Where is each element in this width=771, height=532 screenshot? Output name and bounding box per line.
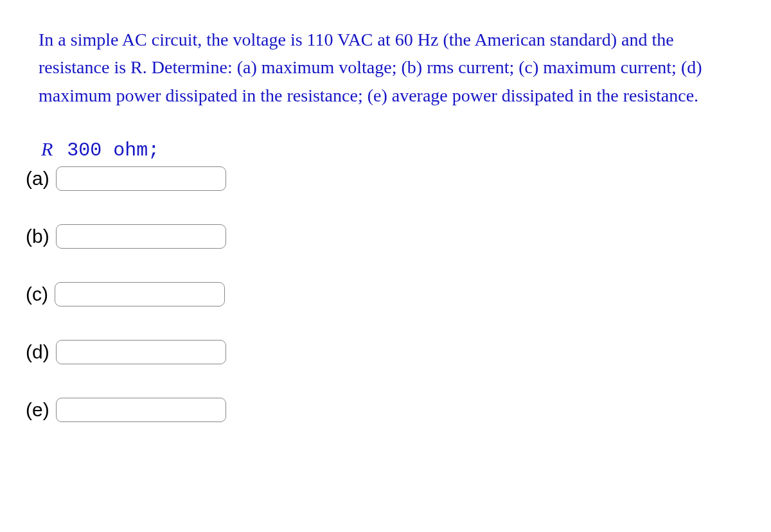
answer-label-d: (d) <box>26 341 49 363</box>
answer-row-b: (b) <box>26 224 745 249</box>
answer-input-e[interactable] <box>56 398 226 422</box>
answer-input-d[interactable] <box>56 340 226 364</box>
answer-label-a: (a) <box>26 168 49 190</box>
resistance-info: R 300 ohm; <box>41 138 745 161</box>
answer-label-e: (e) <box>26 399 49 421</box>
answer-input-b[interactable] <box>56 224 226 249</box>
resistance-symbol: R <box>41 138 53 159</box>
answer-row-c: (c) <box>26 282 745 306</box>
answer-label-b: (b) <box>26 226 49 247</box>
answer-row-d: (d) <box>26 340 745 364</box>
answer-input-c[interactable] <box>55 282 225 306</box>
answer-row-a: (a) <box>26 166 745 191</box>
answer-row-e: (e) <box>26 398 745 422</box>
resistance-value: 300 ohm; <box>67 139 159 161</box>
answer-input-a[interactable] <box>56 166 226 191</box>
question-text: In a simple AC circuit, the voltage is 1… <box>39 26 745 109</box>
answer-label-c: (c) <box>26 283 48 305</box>
